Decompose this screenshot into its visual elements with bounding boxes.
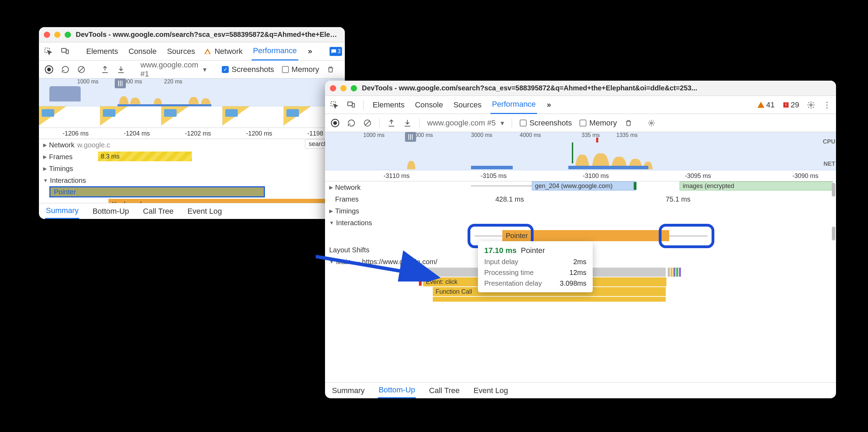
screenshots-label: Screenshots [232, 65, 274, 74]
reload-icon[interactable] [347, 119, 356, 127]
tab-elements[interactable]: Elements [85, 43, 120, 60]
tracks-area[interactable]: ▶Network gen_204 (www.google.com) images… [325, 181, 836, 382]
zoom-icon[interactable] [65, 32, 71, 38]
device-icon[interactable] [347, 100, 356, 109]
scrollbar[interactable] [832, 227, 835, 241]
btab-bottomup[interactable]: Bottom-Up [378, 383, 416, 398]
track-timings[interactable]: ▶Timings [325, 205, 836, 217]
interaction-keyboard-bar[interactable]: Keyboard [108, 199, 345, 203]
reload-icon[interactable] [61, 65, 70, 74]
download-icon[interactable] [403, 119, 412, 127]
overview-timeline[interactable]: 1000 ms 000 ms 3000 ms 4000 ms 335 ms 13… [325, 132, 836, 170]
tab-sources[interactable]: Sources [165, 43, 196, 60]
clear-icon[interactable] [77, 65, 86, 74]
profile-select[interactable]: www.google.com #1 [140, 60, 206, 79]
close-icon[interactable] [330, 85, 336, 91]
net-request-images[interactable]: images (encrypted [680, 181, 833, 190]
screenshots-toggle[interactable]: Screenshots [520, 119, 572, 128]
overview-timeline[interactable]: 1000 ms 000 ms 220 ms [39, 79, 345, 106]
flame-bar[interactable] [671, 268, 673, 277]
gear-icon[interactable] [807, 101, 815, 109]
more-tabs-icon[interactable]: » [306, 46, 314, 57]
memory-toggle[interactable]: Memory [282, 65, 319, 74]
tab-performance[interactable]: Performance [252, 42, 298, 60]
net-request-gen204[interactable]: gen_204 (www.google.com) [532, 181, 636, 190]
flame-bar[interactable] [676, 268, 678, 277]
interaction-pointer-bar[interactable]: Pointer [502, 230, 669, 241]
range-handle[interactable] [115, 79, 126, 88]
ruler-tick: -1204 ms [124, 130, 150, 137]
marker [634, 182, 636, 190]
btab-calltree[interactable]: Call Tree [428, 383, 460, 398]
track-frames[interactable]: ▶Frames 428.1 ms 75.1 ms [325, 193, 836, 205]
time-ruler[interactable]: -3110 ms -3105 ms -3100 ms -3095 ms -309… [325, 170, 836, 181]
btab-bottomup[interactable]: Bottom-Up [92, 204, 130, 219]
flame-chart[interactable]: Task Event: click Function Call [395, 268, 836, 302]
time-ruler[interactable]: -1206 ms -1204 ms -1202 ms -1200 ms -119… [39, 128, 345, 139]
track-timings[interactable]: ▶Timings [39, 163, 345, 174]
minimize-icon[interactable] [340, 85, 347, 91]
flame-bar[interactable] [433, 297, 666, 302]
filmstrip-thumb[interactable] [100, 106, 161, 128]
filmstrip-thumb[interactable] [39, 106, 100, 128]
interaction-pointer-bar[interactable]: Pointer [49, 186, 265, 197]
upload-icon[interactable] [101, 65, 109, 74]
kebab-icon[interactable]: ⋮ [823, 100, 831, 110]
zoom-icon[interactable] [351, 85, 357, 91]
filmstrip-thumb[interactable] [222, 106, 284, 128]
btab-summary[interactable]: Summary [45, 203, 79, 219]
inspect-icon[interactable] [44, 47, 53, 56]
record-button[interactable] [331, 119, 340, 128]
flame-bar[interactable] [679, 268, 681, 277]
gear-icon[interactable] [648, 119, 655, 127]
device-icon[interactable] [60, 47, 70, 56]
btab-eventlog[interactable]: Event Log [473, 383, 509, 398]
flame-bar[interactable] [673, 268, 675, 277]
marker-line [596, 138, 598, 142]
track-network[interactable]: ▶Networkw.google.c search (ww [39, 139, 345, 151]
titlebar[interactable]: DevTools - www.google.com/search?sca_esv… [325, 81, 836, 96]
warnings-badge[interactable]: 41 [757, 100, 774, 109]
clear-icon[interactable] [363, 119, 372, 127]
track-network[interactable]: ▶Network gen_204 (www.google.com) images… [325, 181, 836, 193]
tab-elements[interactable]: Elements [371, 96, 406, 114]
frame-duration-1: 428.1 ms [495, 195, 524, 203]
filmstrip[interactable] [39, 106, 345, 128]
interaction-pointer-row[interactable]: Pointer [39, 186, 345, 199]
tab-console[interactable]: Console [127, 43, 158, 60]
checkbox-icon [520, 120, 527, 127]
flame-bar[interactable] [668, 268, 670, 277]
tab-performance[interactable]: Performance [490, 96, 537, 114]
trash-icon[interactable] [327, 66, 334, 73]
trash-icon[interactable] [625, 119, 632, 127]
filmstrip-thumb[interactable] [161, 106, 222, 128]
scrollbar[interactable] [832, 183, 835, 197]
messages-badge[interactable]: 3 [330, 47, 342, 56]
tab-console[interactable]: Console [414, 96, 445, 114]
more-tabs-icon[interactable]: » [545, 100, 553, 110]
screenshots-toggle[interactable]: Screenshots [222, 65, 274, 74]
btab-summary[interactable]: Summary [331, 383, 365, 398]
detail-tabs: Summary Bottom-Up Call Tree Event Log [325, 382, 836, 398]
tab-network[interactable]: Network [204, 43, 244, 60]
minimize-icon[interactable] [54, 32, 60, 38]
upload-icon[interactable] [387, 119, 396, 127]
close-icon[interactable] [44, 32, 50, 38]
titlebar[interactable]: DevTools - www.google.com/search?sca_esv… [39, 27, 345, 42]
inspect-icon[interactable] [330, 100, 339, 109]
frame-bar[interactable]: 8.3 ms [98, 152, 192, 161]
tracks-area[interactable]: ▶Networkw.google.c search (ww ▶Frames 8.… [39, 139, 345, 203]
track-interactions[interactable]: ▼Interactions [39, 174, 345, 186]
interaction-keyboard-row[interactable]: Keyboard [39, 199, 345, 203]
track-frames[interactable]: ▶Frames 8.3 ms [39, 151, 345, 163]
errors-badge[interactable]: 29 [782, 100, 799, 109]
profile-select[interactable]: www.google.com #5 [427, 119, 504, 128]
btab-eventlog[interactable]: Event Log [187, 204, 222, 219]
tab-sources[interactable]: Sources [452, 96, 483, 114]
memory-toggle[interactable]: Memory [579, 119, 617, 128]
btab-calltree[interactable]: Call Tree [142, 204, 174, 219]
track-interactions[interactable]: ▼Interactions [325, 217, 836, 229]
download-icon[interactable] [117, 65, 125, 74]
record-button[interactable] [44, 65, 54, 74]
range-handle[interactable] [405, 132, 416, 142]
